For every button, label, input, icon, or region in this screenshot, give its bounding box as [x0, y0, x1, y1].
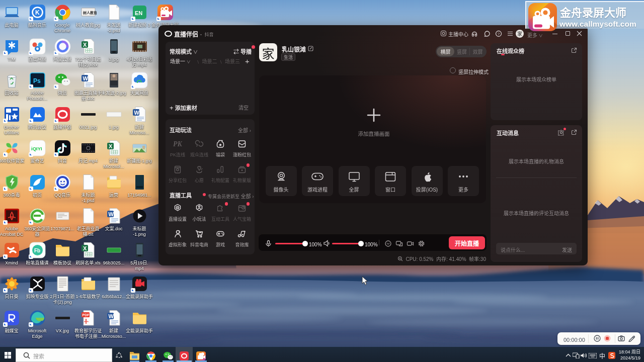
- svg-text:树人教育: 树人教育: [83, 10, 97, 15]
- svg-text:W: W: [134, 108, 139, 116]
- svg-text:K: K: [35, 8, 40, 16]
- svg-text:X: X: [109, 142, 113, 150]
- svg-text:W: W: [108, 312, 114, 320]
- svg-text:iQIYI: iQIYI: [31, 145, 42, 152]
- svg-text:PK: PK: [173, 140, 182, 148]
- svg-text:?: ?: [498, 31, 500, 36]
- svg-text:X: X: [83, 244, 87, 252]
- svg-text:X: X: [83, 40, 87, 48]
- svg-text:EN: EN: [135, 9, 142, 17]
- svg-text:PDF: PDF: [82, 312, 90, 317]
- svg-text:W: W: [108, 210, 114, 218]
- svg-text:W: W: [83, 74, 88, 82]
- svg-text:Ps: Ps: [33, 76, 41, 84]
- svg-text:Fb: Fb: [34, 246, 40, 254]
